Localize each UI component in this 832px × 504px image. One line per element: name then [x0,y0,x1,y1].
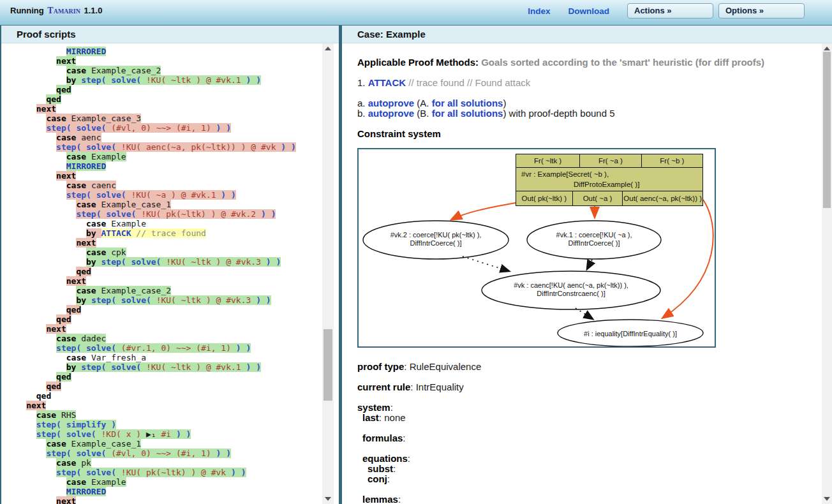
script-segment: by [86,257,101,267]
script-segment: step( solve( [56,468,121,477]
proof-script-line[interactable]: next [1,401,339,410]
proof-script-line[interactable]: case Example_case_2 [1,66,339,75]
script-segment: case [76,286,101,295]
attack-link[interactable]: ATTACK [368,77,406,88]
script-segment: !KU( ~a ) @ #vk.1 [131,190,216,200]
proof-script-line[interactable]: step( solve( !KU( pk(~ltk) ) @ #vk.2 ) ) [1,209,339,219]
proof-script-line[interactable]: case cpk [1,248,339,257]
proof-script-line[interactable]: qed [1,85,339,94]
text-segment: lemmas [362,494,398,504]
left-scrollbar-thumb[interactable] [323,329,332,401]
script-segment: by [66,75,81,85]
text-segment: : [398,494,401,504]
proof-script-line[interactable]: step( solve( !KU( pk(~ltk) ) @ #vk ) ) [1,468,339,477]
proof-script-line[interactable]: next [1,276,339,286]
proof-script-line[interactable]: case caenc [1,181,339,190]
proof-script-line[interactable]: step( solve( !KU( ~a ) @ #vk.1 ) ) [1,190,339,200]
script-segment: Var_fresh_a [91,353,146,362]
node-vk-line1: #vk : caenc[!KU( aenc(~a, pk(~ltk)) ), [485,281,657,290]
scroll-down-icon[interactable] [322,494,334,504]
proof-script-line[interactable]: step( solve( (#vl, 0) ~~> (#i, 1) ) ) [1,448,339,458]
proof-script-line[interactable]: qed [1,94,339,104]
script-segment: qed [46,94,61,104]
proof-script-line[interactable]: case Var_fresh_a [1,353,339,362]
text-line: current rule: IntrEquality [357,382,817,392]
script-segment: Example_case_2 [101,286,172,295]
autoprove-a-link[interactable]: autoprove [368,98,415,108]
proof-script-line[interactable]: case Example [1,152,339,161]
proof-script-line[interactable]: case Example_case_1 [1,200,339,209]
script-segment: case [66,66,91,75]
text-line: equations: [357,454,817,464]
proof-script-line[interactable]: MIRRORED [1,47,339,56]
node-vk2: #vk.2 : coerce[!KU( pk(~ltk) ), DiffIntr… [366,231,506,248]
proof-script-line[interactable]: next [1,56,339,66]
script-segment: !KU( pk(~ltk) ) @ #vk.2 [141,209,256,219]
proof-script-line[interactable]: case Example [1,477,339,487]
script-segment: Example [91,152,126,161]
text-line: a. autoprove (A. for all solutions) [357,98,817,108]
proof-script-line[interactable]: next [1,171,339,181]
proof-script-line[interactable]: step( solve( !KD( x ) ▶₁ #i ) ) [1,429,339,439]
proof-script-line[interactable]: next [1,496,339,504]
text-segment: Constraint system [357,128,441,139]
script-segment: ) ) [231,343,251,353]
proof-script-line[interactable]: next [1,324,339,334]
script-segment: #i [156,429,171,439]
autoprove-b-link[interactable]: autoprove [368,108,415,119]
proof-script-line[interactable]: qed [1,391,339,401]
script-segment: by [86,228,101,238]
download-link[interactable]: Download [568,6,610,16]
text-block: a. autoprove (A. for all solutions)b. au… [357,98,817,119]
script-segment: !KU( ~ltk ) @ #vk.1 [146,75,241,85]
left-scrollbar[interactable] [322,43,334,504]
proof-script-line[interactable]: qed [1,315,339,324]
right-scrollbar-thumb[interactable] [823,52,831,208]
text-segment: ) with proof-depth bound 5 [503,108,614,119]
script-segment: step( solve( [46,448,111,458]
proof-script-line[interactable]: qed [1,305,339,315]
proof-script-line[interactable]: next [1,238,339,248]
for-all-solutions-b-link[interactable]: for all solutions [432,108,503,119]
proof-script-line[interactable]: case Example [1,219,339,228]
text-line: Constraint system [357,129,817,139]
text-segment: ) [503,98,506,108]
proof-script-line[interactable]: qed [1,372,339,382]
proof-script-line[interactable]: next [1,104,339,114]
options-button[interactable]: Options » [718,3,805,19]
text-block: 1. ATTACK // trace found // Found attack [357,78,817,88]
proof-script-line[interactable]: case pk [1,458,339,468]
proof-scripts-title: Proof scripts [1,26,339,43]
proof-script-line[interactable]: case aenc [1,133,339,142]
proof-script-line[interactable]: by step( solve( !KU( ~ltk ) @ #vk.3 ) ) [1,257,339,267]
actions-button[interactable]: Actions » [627,3,713,19]
proof-script-line[interactable]: step( solve( (#vr.1, 0) ~~> (#i, 1) ) ) [1,343,339,353]
proof-script-line[interactable]: qed [1,382,339,391]
right-scrollbar[interactable] [822,43,832,504]
script-segment: dadec [81,334,106,343]
for-all-solutions-a-link[interactable]: for all solutions [432,98,503,108]
proof-script-line[interactable]: by step( solve( !KU( ~ltk ) @ #vk.3 ) ) [1,295,339,305]
proof-script-line[interactable]: case Example_case_1 [1,439,339,448]
rule-cell: #vr : Example[Secret( ~b ), DiffProtoExa… [516,167,702,191]
proof-script-line[interactable]: MIRRORED [1,161,339,171]
proof-script-line[interactable]: step( simplify ) [1,420,339,429]
index-link[interactable]: Index [528,6,550,16]
proof-script-line[interactable]: by step( solve( !KU( ~ltk ) @ #vk.1 ) ) [1,75,339,85]
proof-script-line[interactable]: by step( solve( !KU( ~ltk ) @ #vk.1 ) ) [1,362,339,372]
system-details-section: proof type: RuleEquivalencecurrent rule:… [357,362,817,504]
proof-script-line[interactable]: by ATTACK // trace found [1,228,339,238]
scroll-down-icon[interactable] [822,494,832,504]
proof-script-line[interactable]: case RHS [1,410,339,420]
proof-script-line[interactable]: case Example_case_3 [1,114,339,123]
proof-script-line[interactable]: MIRRORED [1,487,339,496]
text-segment: // trace found // Found attack [408,77,530,88]
proof-script-line[interactable]: case dadec [1,334,339,343]
proof-script-line[interactable]: step( solve( (#vl, 0) ~~> (#i, 1) ) ) [1,123,339,133]
proof-script-line[interactable]: qed [1,267,339,276]
scroll-up-icon[interactable] [322,43,334,54]
fact-cell: Fr( ~a ) [579,154,641,167]
text-segment: 1. [357,77,368,88]
proof-script-line[interactable]: case Example_case_2 [1,286,339,295]
proof-script-line[interactable]: step( solve( !KU( aenc(~a, pk(~ltk)) ) @… [1,142,339,152]
